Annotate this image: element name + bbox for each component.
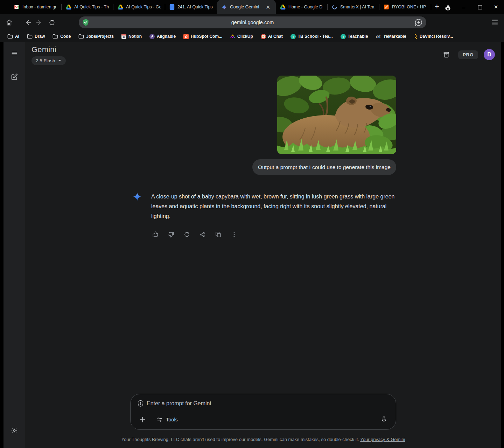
prompt-composer[interactable]: Enter a prompt for Gemini Tools <box>130 394 396 430</box>
reload-icon[interactable] <box>46 17 57 28</box>
bookmark-label: Notion <box>128 34 142 39</box>
chat-thread: Output a prompt that I could use to gene… <box>130 42 396 240</box>
header-right: PRO D <box>440 48 495 61</box>
bookmark-label: DaVinci Resolv... <box>420 34 453 39</box>
bookmark-davinci-resolve[interactable]: DaVinci Resolv... <box>411 33 456 40</box>
gmail-icon <box>14 4 20 10</box>
attached-capybara-image[interactable] <box>277 76 396 154</box>
bookmark-label: ClickUp <box>237 34 253 39</box>
bookmark-folder-draw[interactable]: Draw <box>24 33 48 40</box>
sidebar-menu-icon[interactable] <box>7 47 21 61</box>
maximize-icon[interactable] <box>472 0 488 14</box>
bookmark-remarkable[interactable]: rM reMarkable <box>372 33 409 40</box>
bookmark-label: AI Chat <box>268 34 283 39</box>
bookmark-notion[interactable]: 17 Notion <box>118 33 145 40</box>
tab-title: AI Quick Tips - Th <box>74 5 109 9</box>
tab-drive-ai-quick-tips-2[interactable]: AI Quick Tips - Go <box>113 0 165 14</box>
regenerate-icon[interactable] <box>181 229 192 240</box>
ai-assistant-icon[interactable] <box>414 18 423 27</box>
close-window-icon[interactable]: ✕ <box>488 0 504 14</box>
gemini-page: Gemini 2.5 Flash PRO D <box>4 42 501 448</box>
tab-docs-241-ai-quick-tips[interactable]: 241. AI Quick Tips <box>165 0 217 14</box>
back-icon[interactable] <box>22 17 34 28</box>
mic-icon[interactable] <box>378 414 390 425</box>
thumbs-down-icon[interactable] <box>166 229 177 240</box>
home-icon[interactable] <box>4 17 15 28</box>
browser-toolbar: gemini.google.com <box>0 14 504 31</box>
share-icon[interactable] <box>197 229 208 240</box>
bookmark-teachable[interactable]: t Teachable <box>337 33 371 40</box>
folder-icon <box>7 34 13 39</box>
bookmark-alignable[interactable]: Alignable <box>146 33 179 40</box>
user-message-bubble: Output a prompt that I could use to gene… <box>252 159 396 175</box>
tools-icon <box>156 416 163 423</box>
tab-drive-home[interactable]: Home - Google D <box>276 0 328 14</box>
home-depot-icon <box>384 4 389 10</box>
privacy-link[interactable]: Your privacy & Gemini <box>360 437 405 442</box>
forward-icon[interactable] <box>34 17 45 28</box>
bookmark-tb-school[interactable]: t TB School - Tea... <box>287 33 336 40</box>
tab-close-icon[interactable]: ✕ <box>264 4 272 10</box>
gemini-sparkle-icon <box>133 192 141 201</box>
copy-icon[interactable] <box>213 229 224 240</box>
tab-title: Google Gemini <box>230 5 261 9</box>
prompt-placeholder: Enter a prompt for Gemini <box>147 400 211 407</box>
thumbs-up-icon[interactable] <box>150 229 161 240</box>
tab-title: AI Quick Tips - Go <box>126 5 161 9</box>
bookmark-label: Teachable <box>348 34 368 39</box>
tools-button[interactable]: Tools <box>153 414 181 425</box>
prompt-input[interactable]: Enter a prompt for Gemini <box>138 400 211 407</box>
minimize-icon[interactable]: – <box>456 0 472 14</box>
tab-gmail-inbox[interactable]: Inbox - damien.gr <box>10 0 62 14</box>
tab-drive-ai-quick-tips-1[interactable]: AI Quick Tips - Th <box>62 0 113 14</box>
folder-icon <box>78 34 84 39</box>
settings-gear-icon[interactable] <box>7 424 21 438</box>
folder-icon <box>27 34 33 39</box>
bookmark-hubspot[interactable]: HubSpot Com... <box>180 33 225 40</box>
notion-calendar-icon: 17 <box>121 34 126 39</box>
chat-history-icon[interactable] <box>440 48 453 61</box>
browser-menu-icon[interactable] <box>491 18 499 26</box>
tab-home-depot-ryobi[interactable]: RYOBI ONE+ HP 1 <box>379 0 431 14</box>
more-vert-icon[interactable] <box>229 229 240 240</box>
tab-title: RYOBI ONE+ HP 1 <box>392 5 427 9</box>
tools-label: Tools <box>166 417 178 422</box>
new-tab-button[interactable]: + <box>435 2 439 11</box>
teachable-icon: t <box>290 34 296 39</box>
google-drive-icon <box>66 4 71 10</box>
google-drive-icon <box>280 4 286 10</box>
chevron-down-icon <box>58 59 62 62</box>
google-drive-icon <box>118 4 123 10</box>
model-selector[interactable]: 2.5 Flash <box>31 56 66 65</box>
google-docs-icon <box>169 4 175 10</box>
disclaimer-text: Your Thoughts Brewing, LLC chats aren’t … <box>121 437 360 442</box>
alignable-icon <box>149 34 155 39</box>
avatar[interactable]: D <box>484 49 495 60</box>
remarkable-icon: rM <box>376 34 382 39</box>
bookmark-folder-ai[interactable]: AI <box>4 33 22 40</box>
bookmark-label: TB School - Tea... <box>298 34 333 39</box>
ai-chat-icon <box>261 34 266 39</box>
bookmark-folder-jobs-projects[interactable]: Jobs/Projects <box>75 33 117 40</box>
bookmark-label: Alignable <box>157 34 176 39</box>
bookmark-folder-code[interactable]: Code <box>49 33 74 40</box>
folder-icon <box>52 34 58 39</box>
smarterx-icon <box>332 4 337 10</box>
gemini-main: Gemini 2.5 Flash PRO D <box>25 42 501 448</box>
svg-text:rM: rM <box>376 34 380 38</box>
tab-google-gemini[interactable]: Google Gemini ✕ <box>217 0 276 14</box>
clickup-icon <box>230 34 235 39</box>
bookmark-clickup[interactable]: ClickUp <box>227 33 256 40</box>
tab-title: 241. AI Quick Tips <box>177 5 213 9</box>
gemini-response: A close-up shot of a baby capybara with … <box>130 192 396 221</box>
hubspot-icon <box>183 34 189 39</box>
new-chat-icon[interactable] <box>7 70 21 84</box>
bookmark-label: HubSpot Com... <box>191 34 222 39</box>
teachable-icon: t <box>341 34 346 39</box>
model-selector-label: 2.5 Flash <box>36 58 55 63</box>
browser-flame-icon[interactable] <box>440 0 456 14</box>
tab-smarterx[interactable]: SmarterX | AI Tea <box>328 0 379 14</box>
bookmark-ai-chat[interactable]: AI Chat <box>258 33 286 40</box>
add-attachment-icon[interactable] <box>137 414 148 425</box>
url-bar[interactable]: gemini.google.com <box>79 16 426 28</box>
